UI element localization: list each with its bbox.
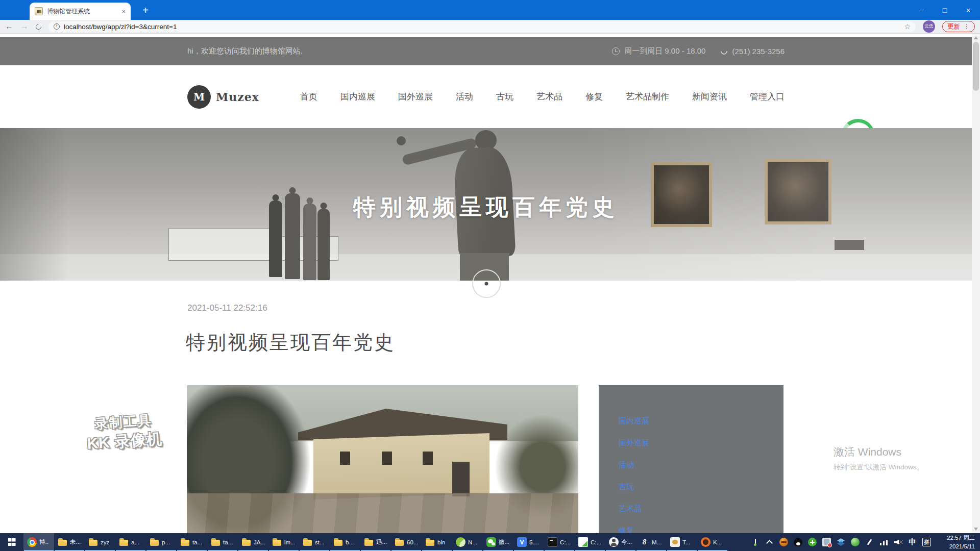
profile-avatar[interactable]: 云忠 <box>923 20 935 33</box>
page-scrollbar[interactable] <box>972 34 980 533</box>
taskbar-app[interactable]: 60... <box>391 533 422 551</box>
scroll-up-icon[interactable] <box>974 36 978 39</box>
close-button[interactable]: × <box>957 0 980 20</box>
article-date: 2021-05-11 22:52:16 <box>187 303 267 313</box>
chevron-up-icon[interactable] <box>765 538 774 546</box>
statue-hand <box>397 136 406 145</box>
nav-item[interactable]: 新闻资讯 <box>692 91 727 103</box>
taskbar-app[interactable]: 8 M... <box>636 533 667 551</box>
nav-item[interactable]: 首页 <box>300 91 317 103</box>
taskbar-app[interactable]: zyz <box>85 533 115 551</box>
taskbar-app[interactable]: ta... <box>207 533 238 551</box>
folder-icon <box>211 537 220 547</box>
signal-icon[interactable] <box>879 538 888 546</box>
screen-share-icon[interactable] <box>822 538 831 546</box>
speaker-muted-icon[interactable] <box>894 538 902 546</box>
screen: 博物馆管理系统 × + – □ × ← → localhost/bwg/app/… <box>0 0 980 551</box>
taskbar-app[interactable]: K... <box>697 533 728 551</box>
taskbar: 博.. 未... zyz a... <box>0 533 980 551</box>
update-label: 更新 <box>947 22 960 31</box>
taskbar-app[interactable]: 博.. <box>23 533 54 551</box>
taskbar-app[interactable]: st... <box>299 533 330 551</box>
maximize-button[interactable]: □ <box>933 0 957 20</box>
painting-ground <box>187 493 578 533</box>
usb-icon[interactable] <box>751 538 760 546</box>
forward-icon[interactable]: → <box>20 22 29 31</box>
taskbar-app[interactable]: a... <box>115 533 146 551</box>
update-button[interactable]: 更新 ⋮ <box>942 21 975 32</box>
phone-contact: (251) 235-3256 <box>721 47 785 56</box>
taskbar-app[interactable]: 微... <box>483 533 513 551</box>
taskbar-app[interactable]: im... <box>268 533 299 551</box>
taskbar-app[interactable]: C:... <box>544 533 575 551</box>
refresh-icon[interactable] <box>35 22 42 30</box>
ime-grid-icon[interactable]: 拼 <box>922 538 931 546</box>
taskbar-app[interactable]: 未... <box>54 533 85 551</box>
sidebar-link[interactable]: 国内巡展 <box>619 414 783 428</box>
sidebar-link[interactable]: 修复 <box>619 523 783 533</box>
qq-icon[interactable] <box>794 538 802 546</box>
sidebar-link[interactable]: 艺术品 <box>619 502 783 515</box>
menu-dots-icon[interactable]: ⋮ <box>964 23 970 30</box>
taskbar-app[interactable]: ta... <box>177 533 207 551</box>
taskbar-app[interactable]: p... <box>146 533 177 551</box>
wechat-icon <box>486 537 496 547</box>
nav-item[interactable]: 国外巡展 <box>398 91 433 103</box>
taskbar-app[interactable]: JA... <box>238 533 268 551</box>
nav-item[interactable]: 艺术品 <box>536 91 562 103</box>
topbar-right: 周一到周日 9.00 - 18.00 (251) 235-3256 <box>612 46 785 56</box>
minimize-button[interactable]: – <box>910 0 933 20</box>
brand-logo[interactable]: M Muzex <box>187 65 259 128</box>
tray-clock[interactable]: 22:57 周二 2021/5/11 <box>936 533 980 551</box>
browser-tab[interactable]: 博物馆管理系统 × <box>30 3 131 20</box>
scrollbar-thumb[interactable] <box>973 42 979 91</box>
scroll-indicator[interactable] <box>472 269 501 298</box>
favicon-icon <box>35 7 43 15</box>
taskbar-app[interactable]: C:... <box>575 533 605 551</box>
sidebar-link[interactable]: 古玩 <box>619 480 783 493</box>
star-icon[interactable]: ☆ <box>904 22 911 31</box>
nav-item[interactable]: 管理入口 <box>750 91 785 103</box>
sidebar-links: 国内巡展 国外巡展 活动 古玩 艺术品 修复 <box>599 385 783 533</box>
sidebar-link[interactable]: 国外巡展 <box>619 436 783 449</box>
painting-window <box>340 452 350 465</box>
safe-plus-icon[interactable] <box>808 538 817 546</box>
taskbar-app[interactable]: b... <box>330 533 360 551</box>
orange-app-icon[interactable] <box>779 538 788 546</box>
taskbar-app[interactable]: bin <box>422 533 452 551</box>
back-icon[interactable]: ← <box>5 22 13 31</box>
nav-item[interactable]: 国内巡展 <box>340 91 375 103</box>
pen-icon[interactable] <box>865 538 874 546</box>
info-icon[interactable] <box>54 23 60 30</box>
drive-stack-icon[interactable] <box>837 538 845 546</box>
taskbar-app[interactable]: N... <box>452 533 483 551</box>
start-button[interactable] <box>0 533 23 551</box>
folder-icon <box>88 537 98 547</box>
opening-hours: 周一到周日 9.00 - 18.00 <box>612 46 705 56</box>
scroll-down-icon[interactable] <box>974 528 978 531</box>
activation-notice: 激活 Windows 转到"设置"以激活 Windows。 <box>834 445 923 472</box>
browser-toolbar: ← → localhost/bwg/app/zl?id=3&current=1 … <box>0 20 980 34</box>
window-controls: – □ × <box>910 0 980 20</box>
activation-subtitle: 转到"设置"以激活 Windows。 <box>834 463 923 472</box>
taskbar-app[interactable]: 今... <box>605 533 636 551</box>
taskbar-app[interactable]: T... <box>667 533 697 551</box>
sidebar-link[interactable]: 活动 <box>619 458 783 471</box>
nav-item[interactable]: 艺术品制作 <box>626 91 669 103</box>
folder-icon <box>395 537 404 547</box>
nav-item[interactable]: 古玩 <box>496 91 513 103</box>
taskbar-app[interactable]: 迅... <box>360 533 391 551</box>
taskbar-app[interactable]: V 5.... <box>513 533 544 551</box>
tab-close-icon[interactable]: × <box>121 8 126 15</box>
greeting-text: hi，欢迎您访问我们的博物馆网站. <box>187 46 303 56</box>
new-tab-button[interactable]: + <box>138 3 153 17</box>
folder-icon <box>150 537 159 547</box>
green-ball-icon[interactable] <box>851 538 860 546</box>
nav-item[interactable]: 修复 <box>585 91 603 103</box>
ime-lang-icon[interactable]: 中 <box>908 538 917 546</box>
hero-banner: 特别视频呈现百年党史 <box>0 128 972 281</box>
nav-item[interactable]: 活动 <box>456 91 473 103</box>
url-input[interactable]: localhost/bwg/app/zl?id=3&current=1 <box>64 23 900 31</box>
windows-logo-icon <box>8 538 16 546</box>
url-bar[interactable]: localhost/bwg/app/zl?id=3&current=1 ☆ <box>48 21 916 32</box>
